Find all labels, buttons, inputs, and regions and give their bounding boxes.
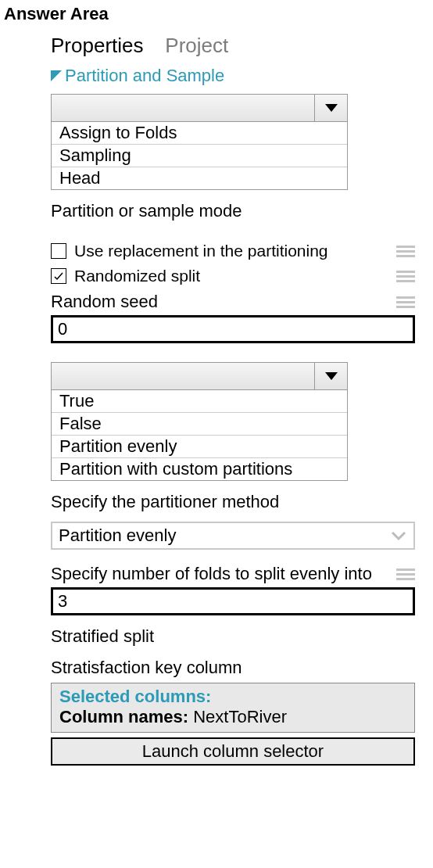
checkbox-replacement[interactable]	[51, 243, 66, 259]
seed-input[interactable]: 0	[51, 315, 415, 343]
hamburger-icon[interactable]	[396, 246, 415, 257]
mode-dropdown-toggle[interactable]	[314, 95, 347, 121]
mode-option-assign[interactable]: Assign to Folds	[52, 122, 347, 144]
label-randomized: Randomized split	[74, 267, 200, 285]
tabs-bar: Properties Project	[51, 34, 415, 58]
svg-marker-1	[325, 104, 338, 112]
bool-option-evenly[interactable]: Partition evenly	[52, 435, 347, 457]
label-folds: Specify number of folds to split evenly …	[51, 564, 372, 584]
bool-dropdown[interactable]: True False Partition evenly Partition wi…	[51, 362, 415, 481]
section-header-label: Partition and Sample	[65, 66, 224, 86]
label-seed: Random seed	[51, 292, 158, 312]
section-header-partition[interactable]: Partition and Sample	[51, 66, 415, 86]
hamburger-icon[interactable]	[396, 271, 415, 282]
label-mode: Partition or sample mode	[51, 201, 415, 221]
mode-dropdown-selection	[52, 95, 314, 121]
selected-columns-prefix: Column names:	[59, 707, 188, 726]
mode-option-sampling[interactable]: Sampling	[52, 144, 347, 167]
chevron-down-icon	[390, 530, 407, 541]
chevron-down-icon	[324, 102, 339, 113]
tab-properties[interactable]: Properties	[51, 34, 144, 58]
bool-dropdown-toggle[interactable]	[314, 363, 347, 389]
bool-dropdown-selection	[52, 363, 314, 389]
label-replacement: Use replacement in the partitioning	[74, 242, 328, 260]
tab-project[interactable]: Project	[165, 34, 228, 58]
selected-columns-title: Selected columns:	[59, 687, 406, 707]
label-strat-key: Stratisfaction key column	[51, 658, 415, 678]
bool-option-true[interactable]: True	[52, 390, 347, 412]
mode-dropdown[interactable]: Assign to Folds Sampling Head	[51, 94, 415, 190]
hamburger-icon[interactable]	[396, 569, 415, 580]
launch-column-selector-button[interactable]: Launch column selector	[51, 737, 415, 766]
hamburger-icon[interactable]	[396, 296, 415, 308]
partitioner-select-value: Partition evenly	[59, 525, 176, 546]
bool-option-false[interactable]: False	[52, 412, 347, 435]
bool-dropdown-options: True False Partition evenly Partition wi…	[51, 390, 348, 481]
folds-input[interactable]: 3	[51, 587, 415, 615]
selected-columns-value: NextToRiver	[193, 707, 287, 726]
bool-option-custom[interactable]: Partition with custom partitions	[52, 457, 347, 480]
label-partitioner: Specify the partitioner method	[51, 492, 415, 512]
label-stratified: Stratified split	[51, 626, 415, 647]
collapse-triangle-icon	[51, 70, 62, 81]
check-icon	[53, 271, 64, 282]
partitioner-select[interactable]: Partition evenly	[51, 522, 415, 550]
svg-marker-2	[325, 372, 338, 380]
answer-area-title: Answer Area	[4, 4, 429, 24]
mode-option-head[interactable]: Head	[52, 167, 347, 189]
chevron-down-icon	[324, 371, 339, 382]
svg-marker-0	[51, 70, 62, 81]
checkbox-randomized[interactable]	[51, 268, 66, 284]
selected-columns-box: Selected columns: Column names: NextToRi…	[51, 683, 415, 733]
mode-dropdown-options: Assign to Folds Sampling Head	[51, 122, 348, 190]
